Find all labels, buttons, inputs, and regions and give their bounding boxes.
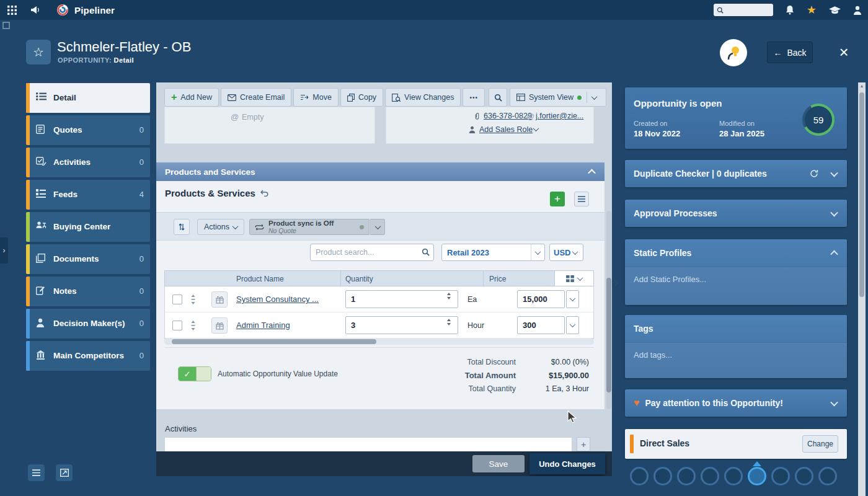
add-new-button[interactable]: + Add New bbox=[164, 88, 219, 107]
apps-grid-icon[interactable] bbox=[7, 6, 17, 15]
sidebar-item-activities[interactable]: Activities 0 bbox=[26, 148, 150, 177]
academy-cap-icon[interactable] bbox=[829, 6, 841, 14]
sidebar-item-main-competitors[interactable]: Main Competitors 0 bbox=[26, 341, 150, 371]
pipeline-step[interactable] bbox=[771, 467, 790, 485]
product-search-input[interactable] bbox=[310, 244, 434, 261]
back-button[interactable]: ← Back bbox=[767, 42, 813, 63]
collapse-right-panel-icon[interactable] bbox=[613, 278, 617, 287]
sidebar-item-quotes[interactable]: Quotes 0 bbox=[26, 115, 150, 145]
step-up-icon[interactable] bbox=[447, 319, 451, 321]
search-icon[interactable] bbox=[422, 248, 430, 256]
system-view-dropdown[interactable]: System View bbox=[510, 88, 606, 107]
copy-button[interactable]: Copy bbox=[340, 88, 383, 107]
bottom-layout-button[interactable] bbox=[56, 464, 73, 481]
opportunity-favorite-star[interactable]: ☆ bbox=[26, 40, 51, 64]
scrollbar-thumb[interactable] bbox=[172, 339, 376, 344]
auto-update-toggle[interactable]: ✓ bbox=[178, 366, 211, 381]
pipeline-step[interactable] bbox=[818, 467, 837, 485]
drag-handle-icon[interactable] bbox=[190, 321, 196, 330]
column-quantity[interactable]: Quantity bbox=[345, 275, 373, 283]
sidebar-item-feeds[interactable]: Feeds 4 bbox=[26, 180, 150, 210]
step-down-icon[interactable] bbox=[447, 297, 451, 299]
price-list-dropdown[interactable]: Retail 2023 bbox=[441, 244, 545, 261]
row-options-button[interactable] bbox=[566, 290, 579, 308]
toolbar-search-button[interactable] bbox=[489, 88, 507, 107]
product-list-button[interactable] bbox=[574, 192, 589, 206]
column-product-name[interactable]: Product Name bbox=[236, 275, 284, 283]
bottom-menu-button[interactable] bbox=[28, 464, 45, 481]
actions-dropdown[interactable]: Actions bbox=[197, 219, 244, 235]
static-profiles-header[interactable]: Static Profiles bbox=[625, 239, 847, 267]
column-price[interactable]: Price bbox=[489, 275, 506, 283]
sidebar-item-buying-center[interactable]: Buying Center bbox=[26, 212, 150, 242]
close-button[interactable]: × bbox=[833, 40, 855, 64]
pipeline-step[interactable] bbox=[677, 467, 696, 485]
sidebar-item-decision-makers[interactable]: Decision Maker(s) 0 bbox=[26, 309, 150, 339]
drag-handle-icon[interactable] bbox=[190, 294, 196, 304]
pipeline-step[interactable] bbox=[701, 467, 719, 485]
add-product-button[interactable]: + bbox=[550, 192, 565, 206]
days-open-badge[interactable]: 59 bbox=[802, 104, 835, 136]
pipeline-step-current[interactable] bbox=[748, 467, 766, 485]
price-input[interactable] bbox=[517, 316, 565, 334]
view-changes-button[interactable]: View Changes bbox=[385, 88, 461, 107]
currency-dropdown[interactable]: USD bbox=[549, 244, 583, 261]
row-checkbox[interactable] bbox=[172, 321, 182, 330]
sidebar-item-documents[interactable]: Documents 0 bbox=[26, 244, 150, 274]
notifications-bell-icon[interactable] bbox=[786, 5, 794, 15]
pipeline-step[interactable] bbox=[795, 467, 813, 485]
duplicate-checker-header[interactable]: Duplicate Checker | 0 duplicates bbox=[625, 160, 847, 187]
empty-field-value[interactable]: Empty bbox=[242, 113, 264, 122]
scrollbar-thumb[interactable] bbox=[859, 92, 864, 297]
approval-processes-header[interactable]: Approval Processes bbox=[625, 200, 847, 227]
pipeline-step[interactable] bbox=[724, 467, 743, 485]
global-search-box[interactable] bbox=[714, 4, 773, 16]
pipeliner-logo[interactable]: Pipeliner bbox=[56, 4, 115, 16]
expand-panel-tab[interactable]: › bbox=[0, 237, 8, 264]
tags-header[interactable]: Tags bbox=[625, 315, 847, 342]
reorder-button[interactable] bbox=[174, 219, 190, 235]
sidebar-item-notes[interactable]: Notes 0 bbox=[26, 277, 150, 306]
favorites-star-icon[interactable]: ★ bbox=[807, 4, 817, 16]
undo-changes-button[interactable]: Undo Changes bbox=[529, 453, 605, 474]
product-name-link[interactable]: System Consultancy ... bbox=[236, 294, 319, 304]
megaphone-icon[interactable] bbox=[30, 6, 40, 14]
quantity-input[interactable] bbox=[345, 316, 458, 334]
product-sync-button[interactable]: Product sync is Off No Quote bbox=[249, 219, 370, 235]
save-button[interactable]: Save bbox=[472, 455, 525, 472]
product-sync-menu-button[interactable] bbox=[370, 219, 385, 235]
refresh-icon[interactable] bbox=[810, 169, 818, 178]
history-undo-icon[interactable] bbox=[260, 190, 268, 197]
phone-link[interactable]: 636-378-0829 bbox=[484, 112, 532, 120]
email-link[interactable]: j.fortier@zie... bbox=[536, 112, 583, 120]
quantity-input[interactable] bbox=[345, 290, 458, 308]
row-options-button[interactable] bbox=[566, 316, 579, 334]
add-sales-role-link[interactable]: Add Sales Role bbox=[479, 125, 533, 134]
user-profile-icon[interactable] bbox=[853, 6, 862, 15]
scroll-up-arrow-icon[interactable]: ▲ bbox=[858, 84, 866, 88]
tags-placeholder[interactable]: Add tags... bbox=[634, 350, 672, 360]
price-input[interactable] bbox=[517, 290, 565, 308]
quantity-stepper[interactable] bbox=[447, 293, 451, 299]
pipeline-step[interactable] bbox=[653, 467, 672, 485]
voyager-ai-button[interactable] bbox=[720, 39, 747, 66]
scrollbar-thumb[interactable] bbox=[606, 278, 611, 392]
step-up-icon[interactable] bbox=[447, 293, 451, 295]
product-name-link[interactable]: Admin Training bbox=[236, 321, 290, 330]
horizontal-scrollbar[interactable] bbox=[164, 339, 594, 345]
add-activity-button[interactable]: + bbox=[577, 437, 590, 451]
pipeline-step[interactable] bbox=[630, 467, 649, 485]
sidebar-item-detail[interactable]: Detail bbox=[26, 83, 150, 113]
change-sales-unit-button[interactable]: Change bbox=[802, 435, 838, 453]
products-section-header[interactable]: Products and Services bbox=[156, 162, 604, 181]
static-profiles-placeholder[interactable]: Add Static Profiles... bbox=[634, 275, 706, 284]
column-settings-button[interactable] bbox=[555, 270, 594, 286]
row-checkbox[interactable] bbox=[172, 294, 182, 304]
more-actions-button[interactable]: ••• bbox=[463, 88, 485, 107]
quantity-stepper[interactable] bbox=[447, 319, 451, 326]
attention-header[interactable]: ♥ Pay attention to this Opportunity! bbox=[625, 389, 847, 417]
move-button[interactable]: Move bbox=[293, 88, 339, 107]
global-search-input[interactable] bbox=[726, 6, 768, 14]
create-email-button[interactable]: Create Email bbox=[221, 88, 291, 107]
step-down-icon[interactable] bbox=[447, 323, 451, 326]
